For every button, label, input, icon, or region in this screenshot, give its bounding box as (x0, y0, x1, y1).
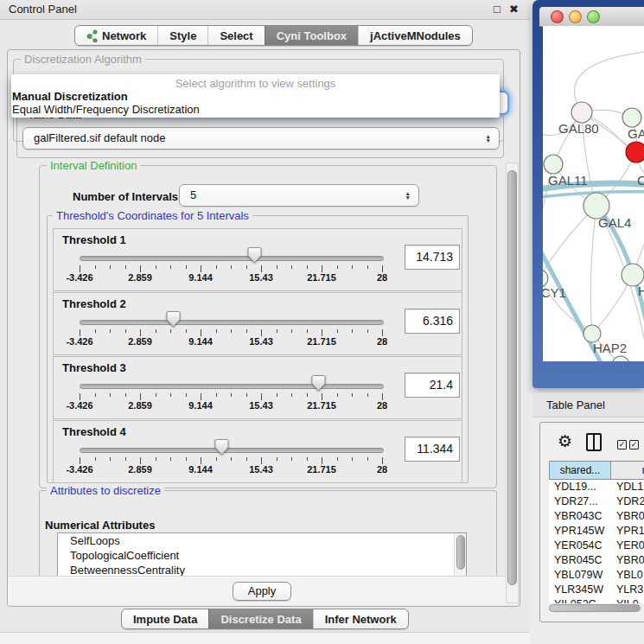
table-cell[interactable]: YBR043C (549, 509, 611, 524)
table-row[interactable]: YER054CYER0 (549, 539, 644, 553)
tick-label: 2.859 (128, 400, 152, 411)
dropdown-items: Manual DiscretizationEqual Width/Frequen… (11, 90, 500, 116)
panel-scrollbar[interactable] (506, 163, 519, 603)
close-icon[interactable]: ✖ (509, 3, 519, 16)
checkbox-icon[interactable]: ✓ (617, 440, 627, 450)
table-data-value: galFiltered.sif default node (34, 128, 165, 149)
major-tick (80, 393, 80, 400)
table-cell[interactable]: YBR0 (611, 553, 644, 568)
network-node[interactable] (544, 155, 563, 174)
table-cell[interactable]: YER0 (611, 539, 644, 553)
minor-tick (337, 393, 338, 397)
major-tick (80, 457, 80, 464)
table-cell[interactable]: YPR145W (549, 524, 611, 539)
table-row[interactable]: YLR345WYLR3 (549, 583, 644, 597)
tab-network[interactable]: Network (75, 26, 157, 45)
slider-thumb[interactable] (214, 439, 229, 456)
panel-scrollbar-thumb[interactable] (507, 170, 517, 585)
close-light[interactable] (551, 10, 564, 23)
tab-infer-network[interactable]: Infer Network (313, 609, 408, 628)
minimize-light[interactable] (569, 10, 582, 23)
float-icon[interactable]: □ (494, 3, 501, 16)
node-table: shared...na YDL19...YDL1YDR27...YDR2YBR0… (549, 461, 644, 604)
attribute-list-item[interactable]: SelfLoops (58, 533, 466, 548)
network-node[interactable] (612, 356, 629, 361)
minor-tick (337, 329, 338, 333)
table-row[interactable]: YPR145WYPR1 (549, 524, 644, 539)
table-cell[interactable]: YLR345W (549, 583, 611, 597)
threshold-value-field[interactable]: 21.4 (405, 373, 460, 398)
minor-tick (216, 393, 217, 397)
threshold-value-field[interactable]: 11.344 (405, 437, 460, 462)
columns-icon[interactable] (586, 433, 602, 451)
slider-thumb[interactable] (166, 311, 181, 328)
network-window-titlebar[interactable] (539, 7, 644, 27)
column-header[interactable]: shared... (549, 461, 611, 480)
network-node[interactable] (543, 270, 548, 287)
major-tick (322, 329, 322, 336)
apply-button[interactable]: Apply (233, 582, 291, 601)
major-tick (80, 265, 80, 272)
combo-arrows-icon: ▲▼ (486, 134, 491, 143)
network-node[interactable] (626, 142, 644, 163)
list-scrollbar-thumb[interactable] (456, 535, 465, 570)
slider-track[interactable] (80, 320, 384, 325)
slider-track[interactable] (80, 256, 384, 261)
threshold-value-field[interactable]: 6.316 (405, 309, 460, 334)
number-of-intervals-combobox[interactable]: 5 ▲▼ (179, 184, 419, 207)
table-data-combobox[interactable]: galFiltered.sif default node ▲▼ (22, 127, 500, 150)
attribute-list-item[interactable]: TopologicalCoefficient (58, 548, 466, 563)
tab-cyni-toolbox[interactable]: Cyni Toolbox (265, 26, 358, 45)
table-row[interactable]: YDL19...YDL1 (549, 480, 644, 494)
slider-track[interactable] (80, 384, 384, 389)
tick-label: 2.859 (128, 464, 152, 475)
table-cell[interactable]: YDL19... (549, 480, 611, 494)
table-hscrollbar-thumb[interactable] (549, 604, 641, 612)
dropdown-item[interactable]: Manual Discretization (11, 90, 500, 103)
table-row[interactable]: YBL079WYBL0 (549, 568, 644, 583)
table-cell[interactable]: YPR1 (611, 524, 644, 539)
gear-icon[interactable]: ⚙ (558, 433, 572, 450)
minor-tick (216, 457, 217, 461)
tab-jactivemnodules[interactable]: jActiveMNodules (358, 26, 472, 45)
minor-tick (246, 329, 247, 333)
network-node[interactable] (571, 102, 592, 123)
zoom-light[interactable] (587, 10, 600, 23)
dropdown-placeholder-item[interactable]: Select algorithm to view settings (11, 74, 500, 90)
table-row[interactable]: YDR27...YDR2 (549, 494, 644, 509)
tab-discretize-data[interactable]: Discretize Data (208, 609, 312, 628)
dropdown-item[interactable]: Equal Width/Frequency Discretization (11, 103, 500, 116)
tab-impute-data[interactable]: Impute Data (122, 609, 208, 628)
threshold-row: Threshold 4-3.4262.8599.14415.4321.71528… (53, 420, 462, 483)
tab-select[interactable]: Select (207, 26, 264, 45)
network-canvas[interactable]: GAL80GAGAL11CGAL4GCY1HHAP2 (543, 26, 644, 361)
table-row[interactable]: YBR045CYBR0 (549, 553, 644, 568)
checkbox-icon[interactable]: ✓ (629, 440, 639, 450)
table-cell[interactable]: YDL1 (611, 480, 644, 494)
bottom-strip (0, 632, 530, 644)
table-hscrollbar[interactable] (547, 603, 644, 611)
table-cell[interactable]: YBL0 (611, 568, 644, 583)
table-cell[interactable]: YER054C (549, 539, 611, 553)
network-icon (86, 29, 98, 42)
table-cell[interactable]: YDR2 (611, 494, 644, 509)
tab-style[interactable]: Style (157, 26, 207, 45)
slider-thumb[interactable] (247, 247, 262, 264)
minor-tick (156, 457, 156, 461)
network-node[interactable] (622, 108, 641, 127)
tick-label: 28 (377, 336, 387, 347)
table-cell[interactable]: YBR045C (549, 553, 611, 568)
table-row[interactable]: YBR043CYBR0 (549, 509, 644, 524)
minor-tick (277, 393, 277, 397)
tab-label: jActiveMNodules (370, 29, 461, 42)
table-cell[interactable]: YLR3 (611, 583, 644, 597)
slider-track[interactable] (80, 448, 384, 453)
column-header[interactable]: na (611, 461, 644, 480)
table-cell[interactable]: YDR27... (549, 494, 611, 509)
table-cell[interactable]: YBL079W (549, 568, 611, 583)
network-node[interactable] (583, 325, 601, 342)
minor-tick (291, 457, 292, 461)
slider-thumb[interactable] (311, 375, 326, 392)
table-cell[interactable]: YBR0 (611, 509, 644, 524)
threshold-value-field[interactable]: 14.713 (405, 245, 460, 270)
